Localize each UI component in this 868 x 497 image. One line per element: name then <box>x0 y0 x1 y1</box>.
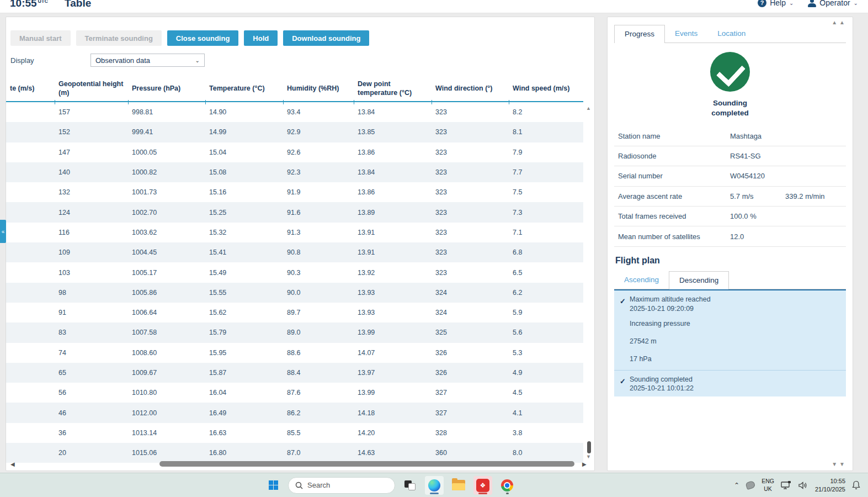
table-cell: 325 <box>432 322 509 342</box>
display-select[interactable]: Observation data ⌄ <box>90 54 205 67</box>
table-cell: 87.6 <box>283 383 354 403</box>
flight-tab-descending[interactable]: Descending <box>669 271 729 289</box>
table-cell: 15.32 <box>205 223 283 242</box>
windows-logo-icon <box>269 480 278 490</box>
table-cell: 91.3 <box>283 223 354 242</box>
notification-bell-icon[interactable] <box>852 480 860 490</box>
panel-collapse-down-icons[interactable]: ▼▼ <box>832 461 847 467</box>
table-cell <box>6 142 55 162</box>
task-view-button[interactable] <box>401 476 419 495</box>
start-button[interactable] <box>264 476 283 495</box>
tab-events[interactable]: Events <box>665 25 707 43</box>
operator-menu[interactable]: Operator ⌄ <box>808 0 858 7</box>
network-display-icon[interactable] <box>781 481 792 490</box>
table-cell: 1001.73 <box>128 182 205 202</box>
help-menu[interactable]: ? Help ⌄ <box>758 0 794 7</box>
clock-utc: 10:55UTC <box>10 0 48 9</box>
scroll-left-arrow[interactable]: ◀ <box>10 461 16 467</box>
table-cell: 7.9 <box>509 142 588 162</box>
table-cell: 13.91 <box>354 223 432 242</box>
detail-label: Total frames received <box>614 212 730 220</box>
event-title-text: Sounding completed <box>630 375 694 384</box>
sounding-details-list: Station nameMashtagaRadiosondeRS41-SGSer… <box>614 126 846 246</box>
table-cell: 1002.70 <box>128 202 205 222</box>
table-cell: 13.86 <box>354 142 432 162</box>
table-cell: 7.1 <box>509 223 588 242</box>
clock-date[interactable]: 10:55 21/10/2025 <box>815 477 845 493</box>
table-row: 741008.6015.9588.614.073265.3 <box>6 343 583 363</box>
table-cell: 323 <box>432 162 509 182</box>
vertical-scrollbar-thumb[interactable] <box>587 441 591 453</box>
edge-browser-button[interactable] <box>425 476 444 495</box>
table-cell: 323 <box>432 262 509 282</box>
sounding-toolbar: Manual startTerminate soundingClose soun… <box>10 30 369 46</box>
scroll-up-arrow[interactable]: ▲ <box>586 105 591 111</box>
table-cell: 91 <box>55 303 128 322</box>
tab-location[interactable]: Location <box>707 25 755 43</box>
table-row: 1091004.4515.4190.813.913236.8 <box>6 242 583 262</box>
table-cell: 86.2 <box>283 403 354 422</box>
flight-plan-tabs: AscendingDescending <box>614 271 846 289</box>
panel-collapse-up-icons[interactable]: ▲▲ <box>832 19 847 25</box>
table-cell: 13.92 <box>354 262 432 282</box>
tray-app-icon[interactable] <box>745 480 756 490</box>
table-cell <box>6 443 55 463</box>
chevron-down-icon: ⌄ <box>195 57 200 64</box>
language-indicator[interactable]: ENG UK <box>762 478 774 492</box>
close-sounding-button[interactable]: Close sounding <box>167 30 239 46</box>
table-cell: 3.8 <box>509 423 588 443</box>
scroll-down-arrow[interactable]: ▼ <box>586 454 591 459</box>
table-cell: 1006.64 <box>128 303 205 322</box>
table-cell: 15.25 <box>205 202 283 222</box>
scroll-right-arrow[interactable]: ▶ <box>582 461 588 467</box>
table-cell: 5.6 <box>509 322 588 342</box>
table-cell: 999.41 <box>128 122 205 142</box>
folder-icon <box>452 480 465 490</box>
horizontal-scrollbar[interactable]: ◀ ▶ <box>10 461 588 467</box>
horizontal-scrollbar-track[interactable] <box>16 461 582 467</box>
table-cell <box>6 403 55 422</box>
table-cell: 15.87 <box>205 363 283 383</box>
table-cell: 5.3 <box>509 343 588 363</box>
table-cell: 14.90 <box>205 102 283 122</box>
table-cell <box>6 423 55 443</box>
tray-expand-chevron[interactable]: ⌃ <box>734 482 739 489</box>
anydesk-button[interactable]: ❖ <box>473 476 492 495</box>
sounding-table-panel: Manual startTerminate soundingClose soun… <box>6 17 595 471</box>
table-cell: 83 <box>55 322 128 342</box>
table-cell: 323 <box>432 223 509 242</box>
table-cell: 1004.45 <box>128 242 205 262</box>
side-panel-tabs: ProgressEventsLocation <box>614 25 846 43</box>
speaker-icon[interactable] <box>798 481 808 490</box>
table-cell: 13.93 <box>354 283 432 303</box>
table-cell: 15.62 <box>205 303 283 322</box>
file-explorer-button[interactable] <box>449 476 468 495</box>
table-cell <box>6 122 55 142</box>
check-icon: ✓ <box>620 297 630 305</box>
task-view-icon <box>404 480 416 490</box>
table-cell: 8.2 <box>509 102 588 122</box>
hold-button[interactable]: Hold <box>244 30 278 46</box>
table-cell: 323 <box>432 182 509 202</box>
table-row: 1471000.0515.0492.613.863237.9 <box>6 142 583 162</box>
table-cell: 14.07 <box>354 343 432 363</box>
download-sounding-button[interactable]: Download sounding <box>283 30 369 46</box>
taskbar-search[interactable]: Search <box>288 477 395 494</box>
table-row: 152999.4114.9992.913.853238.1 <box>6 122 583 142</box>
table-cell: 1012.00 <box>128 403 205 422</box>
detail-value-secondary: 339.2 m/min <box>785 192 825 200</box>
tab-progress[interactable]: Progress <box>614 25 665 43</box>
sidebar-collapse-handle[interactable]: « <box>0 220 6 243</box>
horizontal-scrollbar-thumb[interactable] <box>159 461 574 467</box>
flight-tab-ascending[interactable]: Ascending <box>614 271 669 289</box>
success-check-icon <box>710 52 750 92</box>
table-cell: 328 <box>432 423 509 443</box>
table-cell: 85.5 <box>283 423 354 443</box>
terminate-sounding-button: Terminate sounding <box>76 30 162 46</box>
table-cell: 1010.80 <box>128 383 205 403</box>
table-cell <box>6 383 55 403</box>
table-cell: 15.55 <box>205 283 283 303</box>
chrome-browser-button[interactable] <box>498 476 516 495</box>
table-cell: 89.0 <box>283 322 354 342</box>
table-cell: 15.79 <box>205 322 283 342</box>
